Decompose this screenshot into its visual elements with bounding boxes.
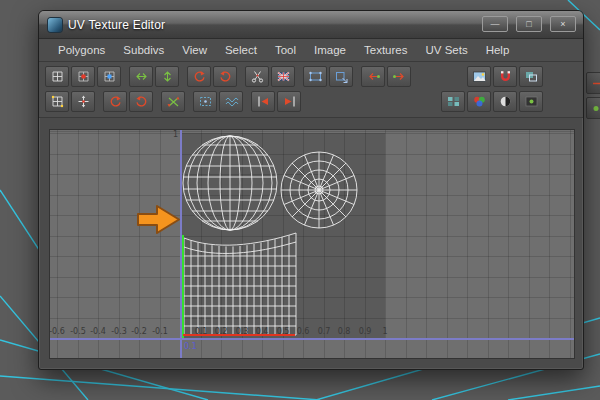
cycle-uvs-button[interactable]: [161, 91, 185, 112]
window-controls: — □ ×: [482, 16, 576, 32]
uv-lattice-alt-button[interactable]: [45, 91, 69, 112]
display-image-icon: [472, 70, 487, 83]
unfold-selected-button[interactable]: [193, 91, 217, 112]
menu-help[interactable]: Help: [477, 41, 519, 59]
layout-uvs-button[interactable]: [329, 66, 353, 87]
cropped-background-button[interactable]: [586, 97, 600, 119]
align-uv-left-icon: [256, 95, 271, 108]
cut-uv-edges-button[interactable]: [245, 66, 269, 87]
toolbar: [39, 62, 583, 118]
move-uv-shell-icon: [102, 70, 117, 83]
x-tick: -0.2: [131, 327, 147, 336]
sew-uv-edges-button[interactable]: [271, 66, 295, 87]
layer-image-button[interactable]: [519, 66, 543, 87]
nudge-uv-right-icon: [392, 70, 407, 83]
menu-select[interactable]: Select: [216, 41, 266, 59]
flip-v-button[interactable]: [155, 66, 179, 87]
uv-move-tool-icon: [76, 95, 91, 108]
rgb-channels-icon: [472, 95, 487, 108]
x-tick: 0.2: [215, 327, 228, 336]
align-uv-left-button[interactable]: [251, 91, 275, 112]
relax-uvs-button[interactable]: [219, 91, 243, 112]
move-uv-shell-button[interactable]: [97, 66, 121, 87]
uv-lattice-tool-button[interactable]: [45, 66, 69, 87]
window-title: UV Texture Editor: [68, 18, 165, 32]
rotate-uv-ccw-button[interactable]: [103, 91, 127, 112]
cut-uv-edges-icon: [250, 70, 265, 83]
x-tick: 0.5: [277, 327, 290, 336]
menu-image[interactable]: Image: [305, 41, 355, 59]
menu-uv-sets[interactable]: UV Sets: [416, 41, 476, 59]
x-tick: 0.4: [256, 327, 269, 336]
cylinder-uv-shell[interactable]: [184, 233, 296, 335]
flip-u-icon: [134, 70, 149, 83]
nudge-uv-left-button[interactable]: [361, 66, 385, 87]
menu-subdivs[interactable]: Subdivs: [114, 41, 173, 59]
red-arrow-fragment-icon: [591, 77, 600, 90]
x-tick: 0.6: [297, 327, 310, 336]
title-bar[interactable]: UV Texture Editor — □ ×: [39, 11, 583, 39]
dim-image-button[interactable]: [519, 91, 543, 112]
maximize-button[interactable]: □: [516, 16, 542, 32]
x-tick: -0.6: [49, 327, 65, 336]
tile-view-button[interactable]: [441, 91, 465, 112]
unfold-uvs-icon: [308, 70, 323, 83]
menu-view[interactable]: View: [173, 41, 216, 59]
rotate-uv-ccw-icon: [108, 95, 123, 108]
cropped-background-button[interactable]: [586, 72, 600, 94]
green-red-fragment-icon: [591, 102, 600, 115]
flip-u-button[interactable]: [129, 66, 153, 87]
rotate-uv-cw-icon: [134, 95, 149, 108]
x-tick: 0.8: [338, 327, 351, 336]
menu-polygons[interactable]: Polygons: [49, 41, 114, 59]
rotate-uvs-ccw-icon: [192, 70, 207, 83]
nudge-uv-left-icon: [366, 70, 381, 83]
rotate-uvs-cw-button[interactable]: [213, 66, 237, 87]
rgb-channels-button[interactable]: [467, 91, 491, 112]
x-tick: -0.3: [111, 327, 127, 336]
rotate-uvs-ccw-button[interactable]: [187, 66, 211, 87]
uv-shells[interactable]: [50, 130, 574, 358]
uv-move-tool-button[interactable]: [71, 91, 95, 112]
alpha-channel-icon: [498, 95, 513, 108]
cycle-uvs-icon: [166, 95, 181, 108]
selected-edge-green[interactable]: [182, 235, 184, 338]
menu-textures[interactable]: Textures: [355, 41, 416, 59]
minimize-button[interactable]: —: [482, 16, 508, 32]
app-icon: [48, 18, 62, 32]
tile-view-icon: [446, 95, 461, 108]
disc-uv-shell[interactable]: [281, 152, 357, 228]
menu-bar: Polygons Subdivs View Select Tool Image …: [39, 39, 583, 62]
snap-to-texture-icon: [498, 70, 513, 83]
rotate-uvs-cw-icon: [218, 70, 233, 83]
menu-tool[interactable]: Tool: [266, 41, 305, 59]
flip-v-icon: [160, 70, 175, 83]
alpha-channel-button[interactable]: [493, 91, 517, 112]
unfold-uvs-button[interactable]: [303, 66, 327, 87]
uv-smudge-tool-button[interactable]: [71, 66, 95, 87]
uv-smudge-tool-icon: [76, 70, 91, 83]
v-tick-bottom: 0.1: [184, 342, 197, 351]
screen: UV Texture Editor — □ × Polygons Subdivs…: [0, 0, 600, 400]
x-tick: 0.9: [359, 327, 372, 336]
align-uv-right-button[interactable]: [277, 91, 301, 112]
toolbar-row-2: [39, 89, 583, 114]
close-button[interactable]: ×: [550, 16, 576, 32]
layer-image-icon: [524, 70, 539, 83]
x-tick: 0.7: [318, 327, 331, 336]
uv-canvas[interactable]: -0.6 -0.5 -0.4 -0.3 -0.2 -0.1 0.1 0.2 0.…: [49, 129, 575, 359]
align-uv-right-icon: [282, 95, 297, 108]
uv-lattice-tool-icon: [50, 70, 65, 83]
nudge-uv-right-button[interactable]: [387, 66, 411, 87]
x-tick: -0.4: [90, 327, 106, 336]
uv-lattice-alt-icon: [50, 95, 65, 108]
snap-to-texture-button[interactable]: [493, 66, 517, 87]
sphere-uv-shell[interactable]: [183, 136, 277, 230]
unfold-selected-icon: [198, 95, 213, 108]
sew-uv-edges-icon: [276, 70, 291, 83]
toolbar-row-1: [39, 64, 583, 89]
uv-texture-editor-window: UV Texture Editor — □ × Polygons Subdivs…: [38, 10, 584, 370]
x-tick: 1: [382, 327, 387, 336]
display-image-button[interactable]: [467, 66, 491, 87]
rotate-uv-cw-button[interactable]: [129, 91, 153, 112]
